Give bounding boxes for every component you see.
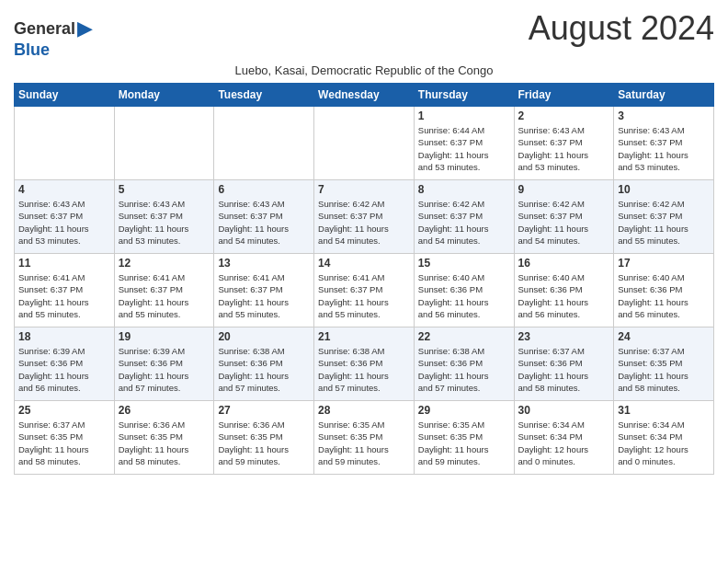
calendar-cell: 27Sunrise: 6:36 AM Sunset: 6:35 PM Dayli… xyxy=(214,401,314,475)
day-info: Sunrise: 6:40 AM Sunset: 6:36 PM Dayligh… xyxy=(518,271,610,320)
calendar-cell: 15Sunrise: 6:40 AM Sunset: 6:36 PM Dayli… xyxy=(414,254,514,327)
day-number: 27 xyxy=(218,404,310,417)
day-info: Sunrise: 6:42 AM Sunset: 6:37 PM Dayligh… xyxy=(518,198,610,247)
calendar-cell: 9Sunrise: 6:42 AM Sunset: 6:37 PM Daylig… xyxy=(514,180,614,254)
weekday-header-wednesday: Wednesday xyxy=(314,84,415,107)
calendar-cell: 3Sunrise: 6:43 AM Sunset: 6:37 PM Daylig… xyxy=(614,107,714,180)
day-number: 22 xyxy=(418,330,510,343)
calendar-cell: 26Sunrise: 6:36 AM Sunset: 6:35 PM Dayli… xyxy=(114,401,214,475)
day-info: Sunrise: 6:39 AM Sunset: 6:36 PM Dayligh… xyxy=(18,345,110,394)
calendar-cell: 13Sunrise: 6:41 AM Sunset: 6:37 PM Dayli… xyxy=(214,254,314,327)
day-number: 23 xyxy=(518,330,610,343)
day-number: 7 xyxy=(318,183,410,196)
day-info: Sunrise: 6:36 AM Sunset: 6:35 PM Dayligh… xyxy=(119,419,210,467)
day-number: 25 xyxy=(18,404,110,417)
calendar-table: SundayMondayTuesdayWednesdayThursdayFrid… xyxy=(14,83,714,475)
day-number: 30 xyxy=(518,404,610,417)
day-number: 13 xyxy=(218,257,310,270)
day-number: 26 xyxy=(119,404,210,417)
day-info: Sunrise: 6:42 AM Sunset: 6:37 PM Dayligh… xyxy=(418,198,510,247)
day-info: Sunrise: 6:37 AM Sunset: 6:35 PM Dayligh… xyxy=(18,419,110,467)
calendar-cell: 19Sunrise: 6:39 AM Sunset: 6:36 PM Dayli… xyxy=(114,327,214,401)
calendar-cell: 10Sunrise: 6:42 AM Sunset: 6:37 PM Dayli… xyxy=(614,180,714,254)
day-info: Sunrise: 6:43 AM Sunset: 6:37 PM Dayligh… xyxy=(119,198,210,247)
day-number: 31 xyxy=(618,404,710,417)
day-number: 11 xyxy=(18,257,110,270)
calendar-week-2: 4Sunrise: 6:43 AM Sunset: 6:37 PM Daylig… xyxy=(15,180,714,254)
calendar-cell: 28Sunrise: 6:35 AM Sunset: 6:35 PM Dayli… xyxy=(314,401,415,475)
calendar-cell: 17Sunrise: 6:40 AM Sunset: 6:36 PM Dayli… xyxy=(614,254,714,327)
day-number: 28 xyxy=(318,404,410,417)
calendar-cell: 30Sunrise: 6:34 AM Sunset: 6:34 PM Dayli… xyxy=(514,401,614,475)
day-number: 9 xyxy=(518,183,610,196)
calendar-cell: 14Sunrise: 6:41 AM Sunset: 6:37 PM Dayli… xyxy=(314,254,415,327)
logo: General ▶ Blue xyxy=(14,17,93,60)
day-number: 17 xyxy=(618,257,710,270)
calendar-cell: 8Sunrise: 6:42 AM Sunset: 6:37 PM Daylig… xyxy=(414,180,514,254)
header: General ▶ Blue August 2024 xyxy=(14,9,714,60)
day-info: Sunrise: 6:38 AM Sunset: 6:36 PM Dayligh… xyxy=(218,345,310,394)
calendar-cell: 16Sunrise: 6:40 AM Sunset: 6:36 PM Dayli… xyxy=(514,254,614,327)
day-number: 1 xyxy=(418,109,510,122)
day-info: Sunrise: 6:40 AM Sunset: 6:36 PM Dayligh… xyxy=(418,271,510,320)
calendar-week-5: 25Sunrise: 6:37 AM Sunset: 6:35 PM Dayli… xyxy=(15,401,714,475)
day-info: Sunrise: 6:41 AM Sunset: 6:37 PM Dayligh… xyxy=(318,271,410,320)
calendar-cell: 2Sunrise: 6:43 AM Sunset: 6:37 PM Daylig… xyxy=(514,107,614,180)
calendar-cell: 22Sunrise: 6:38 AM Sunset: 6:36 PM Dayli… xyxy=(414,327,514,401)
calendar-week-3: 11Sunrise: 6:41 AM Sunset: 6:37 PM Dayli… xyxy=(15,254,714,327)
day-number: 16 xyxy=(518,257,610,270)
day-info: Sunrise: 6:37 AM Sunset: 6:36 PM Dayligh… xyxy=(518,345,610,394)
day-info: Sunrise: 6:34 AM Sunset: 6:34 PM Dayligh… xyxy=(518,419,610,467)
calendar-cell xyxy=(114,107,214,180)
day-number: 20 xyxy=(218,330,310,343)
calendar-cell: 25Sunrise: 6:37 AM Sunset: 6:35 PM Dayli… xyxy=(15,401,115,475)
weekday-header-saturday: Saturday xyxy=(614,84,714,107)
day-number: 12 xyxy=(119,257,210,270)
day-number: 6 xyxy=(218,183,310,196)
calendar-cell: 21Sunrise: 6:38 AM Sunset: 6:36 PM Dayli… xyxy=(314,327,415,401)
day-info: Sunrise: 6:43 AM Sunset: 6:37 PM Dayligh… xyxy=(218,198,310,247)
day-number: 18 xyxy=(18,330,110,343)
weekday-header-thursday: Thursday xyxy=(414,84,514,107)
calendar-cell: 12Sunrise: 6:41 AM Sunset: 6:37 PM Dayli… xyxy=(114,254,214,327)
weekday-header-sunday: Sunday xyxy=(15,84,115,107)
day-info: Sunrise: 6:38 AM Sunset: 6:36 PM Dayligh… xyxy=(318,345,410,394)
calendar-cell: 1Sunrise: 6:44 AM Sunset: 6:37 PM Daylig… xyxy=(414,107,514,180)
day-info: Sunrise: 6:41 AM Sunset: 6:37 PM Dayligh… xyxy=(18,271,110,320)
day-number: 8 xyxy=(418,183,510,196)
day-number: 10 xyxy=(618,183,710,196)
calendar-cell: 5Sunrise: 6:43 AM Sunset: 6:37 PM Daylig… xyxy=(114,180,214,254)
day-number: 5 xyxy=(119,183,210,196)
calendar-cell: 7Sunrise: 6:42 AM Sunset: 6:37 PM Daylig… xyxy=(314,180,415,254)
day-number: 24 xyxy=(618,330,710,343)
calendar-cell: 29Sunrise: 6:35 AM Sunset: 6:35 PM Dayli… xyxy=(414,401,514,475)
day-info: Sunrise: 6:36 AM Sunset: 6:35 PM Dayligh… xyxy=(218,419,310,467)
day-info: Sunrise: 6:34 AM Sunset: 6:34 PM Dayligh… xyxy=(618,419,710,467)
weekday-header-friday: Friday xyxy=(514,84,614,107)
calendar-cell: 11Sunrise: 6:41 AM Sunset: 6:37 PM Dayli… xyxy=(15,254,115,327)
calendar-cell: 18Sunrise: 6:39 AM Sunset: 6:36 PM Dayli… xyxy=(15,327,115,401)
day-info: Sunrise: 6:43 AM Sunset: 6:37 PM Dayligh… xyxy=(518,124,610,173)
day-info: Sunrise: 6:37 AM Sunset: 6:35 PM Dayligh… xyxy=(618,345,710,394)
day-info: Sunrise: 6:43 AM Sunset: 6:37 PM Dayligh… xyxy=(618,124,710,173)
calendar-cell: 6Sunrise: 6:43 AM Sunset: 6:37 PM Daylig… xyxy=(214,180,314,254)
calendar-cell: 4Sunrise: 6:43 AM Sunset: 6:37 PM Daylig… xyxy=(15,180,115,254)
calendar-cell xyxy=(214,107,314,180)
day-number: 29 xyxy=(418,404,510,417)
weekday-header-tuesday: Tuesday xyxy=(214,84,314,107)
calendar-week-1: 1Sunrise: 6:44 AM Sunset: 6:37 PM Daylig… xyxy=(15,107,714,180)
calendar-cell xyxy=(15,107,115,180)
day-info: Sunrise: 6:44 AM Sunset: 6:37 PM Dayligh… xyxy=(418,124,510,173)
calendar-cell xyxy=(314,107,415,180)
day-info: Sunrise: 6:35 AM Sunset: 6:35 PM Dayligh… xyxy=(418,419,510,467)
day-info: Sunrise: 6:43 AM Sunset: 6:37 PM Dayligh… xyxy=(18,198,110,247)
logo-general-text: General xyxy=(14,19,75,39)
calendar-week-4: 18Sunrise: 6:39 AM Sunset: 6:36 PM Dayli… xyxy=(15,327,714,401)
day-info: Sunrise: 6:35 AM Sunset: 6:35 PM Dayligh… xyxy=(318,419,410,467)
day-info: Sunrise: 6:40 AM Sunset: 6:36 PM Dayligh… xyxy=(618,271,710,320)
calendar-cell: 20Sunrise: 6:38 AM Sunset: 6:36 PM Dayli… xyxy=(214,327,314,401)
calendar-cell: 24Sunrise: 6:37 AM Sunset: 6:35 PM Dayli… xyxy=(614,327,714,401)
calendar-subtitle: Luebo, Kasai, Democratic Republic of the… xyxy=(14,63,714,77)
day-number: 3 xyxy=(618,109,710,122)
day-info: Sunrise: 6:39 AM Sunset: 6:36 PM Dayligh… xyxy=(119,345,210,394)
